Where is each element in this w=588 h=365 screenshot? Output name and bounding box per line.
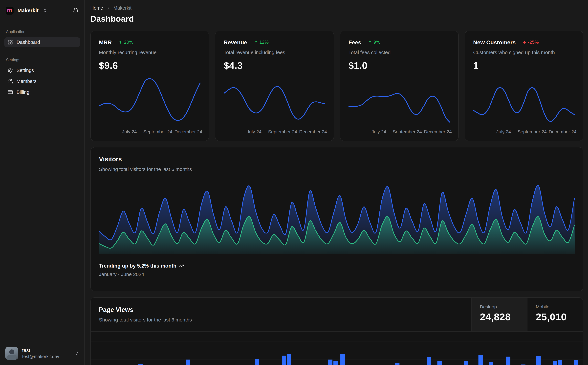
x-axis-tick: July 24: [247, 129, 262, 134]
x-axis-tick: September 24: [518, 129, 547, 134]
stat-value: $4.3: [224, 60, 325, 71]
breadcrumb: Home Makerkit: [90, 5, 583, 11]
toggle-mobile[interactable]: Mobile 25,010: [527, 298, 583, 331]
stat-cards-row: MRR 20% Monthly recurring revenue $9.6 J…: [90, 31, 583, 141]
workspace-name: Makerkit: [18, 8, 39, 14]
sidebar-item-billing[interactable]: Billing: [4, 87, 80, 97]
breadcrumb-current: Makerkit: [113, 5, 131, 11]
stat-title: New Customers: [473, 39, 516, 46]
user-menu[interactable]: test test@makerkit.dev: [4, 345, 80, 361]
chevron-up-down-icon: [74, 351, 79, 356]
user-name: test: [22, 347, 70, 353]
page-views-subtitle: Showing total visitors for the last 3 mo…: [99, 317, 463, 323]
x-axis-tick: December 24: [299, 129, 327, 134]
toggle-desktop[interactable]: Desktop 24,828: [471, 298, 527, 331]
sidebar-item-label: Dashboard: [17, 40, 40, 45]
stat-card-revenue: Revenue 12% Total revenue including fees…: [215, 31, 334, 141]
stat-title: Revenue: [224, 39, 247, 46]
stat-title: MRR: [99, 39, 112, 46]
sparkline-chart: July 24 September 24 December 24: [99, 77, 201, 135]
x-axis-tick: July 24: [372, 129, 386, 134]
nav-section-settings: Settings: [6, 58, 80, 62]
arrow-down-icon: [522, 40, 527, 44]
x-axis-tick: July 24: [496, 129, 511, 134]
sidebar-nav: Application Dashboard Settings Settings …: [4, 29, 80, 98]
visitors-trend-text: Trending up by 5.2% this month: [99, 263, 176, 269]
workspace-selector[interactable]: m Makerkit: [4, 4, 80, 17]
trend-badge: -25%: [522, 40, 539, 45]
sidebar-item-label: Settings: [17, 68, 34, 73]
credit-card-icon: [8, 90, 13, 95]
gear-icon: [8, 68, 13, 73]
trend-badge: 12%: [254, 40, 269, 45]
trend-badge: 9%: [368, 40, 380, 45]
chevron-up-down-icon: [42, 8, 47, 13]
makerkit-logo: m: [6, 7, 14, 14]
page-views-card: Page Views Showing total visitors for th…: [90, 297, 583, 365]
stat-subtitle: Total fees collected: [348, 50, 450, 55]
sidebar-item-members[interactable]: Members: [4, 77, 80, 86]
visitors-title: Visitors: [99, 156, 575, 163]
visitors-date-range: January - June 2024: [99, 272, 575, 277]
visitors-subtitle: Showing total visitors for the last 6 mo…: [99, 167, 575, 172]
sidebar-item-label: Billing: [17, 90, 29, 95]
arrow-up-icon: [254, 40, 258, 44]
page-title: Dashboard: [90, 14, 583, 24]
stat-value: $1.0: [348, 60, 450, 71]
stat-subtitle: Customers who signed up this month: [473, 50, 575, 55]
arrow-up-icon: [118, 40, 123, 44]
trending-up-icon: [179, 263, 184, 268]
x-axis-tick: July 24: [122, 129, 137, 134]
stat-value: 1: [473, 60, 575, 71]
arrow-up-icon: [368, 40, 372, 44]
sidebar-item-settings[interactable]: Settings: [4, 65, 80, 75]
chevron-right-icon: [106, 6, 110, 10]
page-views-title: Page Views: [99, 306, 463, 313]
visitors-area-chart: [99, 182, 575, 254]
users-icon: [8, 79, 13, 84]
nav-section-application: Application: [6, 29, 80, 34]
stat-subtitle: Monthly recurring revenue: [99, 50, 201, 55]
user-avatar: [5, 347, 18, 360]
sidebar-item-label: Members: [17, 79, 36, 84]
trend-badge: 20%: [118, 40, 133, 45]
notifications-bell-icon[interactable]: [73, 8, 79, 14]
stat-title: Fees: [348, 39, 361, 46]
sparkline-chart: July 24 September 24 December 24: [224, 77, 325, 135]
dashboard-grid-icon: [8, 40, 13, 45]
stat-card-new-customers: New Customers -25% Customers who signed …: [465, 31, 583, 141]
makerkit-logo-letter: m: [7, 7, 12, 13]
stat-subtitle: Total revenue including fees: [224, 50, 325, 55]
visitors-card: Visitors Showing total visitors for the …: [90, 147, 583, 291]
x-axis-tick: December 24: [549, 129, 576, 134]
user-email: test@makerkit.dev: [22, 354, 70, 359]
sidebar-item-dashboard[interactable]: Dashboard: [4, 37, 80, 47]
x-axis-tick: September 24: [143, 129, 172, 134]
x-axis-tick: December 24: [174, 129, 202, 134]
x-axis-tick: September 24: [393, 129, 422, 134]
x-axis-tick: September 24: [268, 129, 297, 134]
main-content: Home Makerkit Dashboard MRR 20% Monthly …: [85, 0, 588, 365]
x-axis-tick: December 24: [424, 129, 452, 134]
stat-card-fees: Fees 9% Total fees collected $1.0 July 2…: [340, 31, 459, 141]
breadcrumb-home-link[interactable]: Home: [90, 5, 103, 11]
sparkline-chart: July 24 September 24 December 24: [348, 77, 450, 135]
sparkline-chart: July 24 September 24 December 24: [473, 77, 575, 135]
stat-value: $9.6: [99, 60, 201, 71]
sidebar: m Makerkit Application Dashboard Setting…: [0, 0, 85, 365]
page-views-bar-chart: [91, 332, 583, 365]
stat-card-mrr: MRR 20% Monthly recurring revenue $9.6 J…: [90, 31, 209, 141]
